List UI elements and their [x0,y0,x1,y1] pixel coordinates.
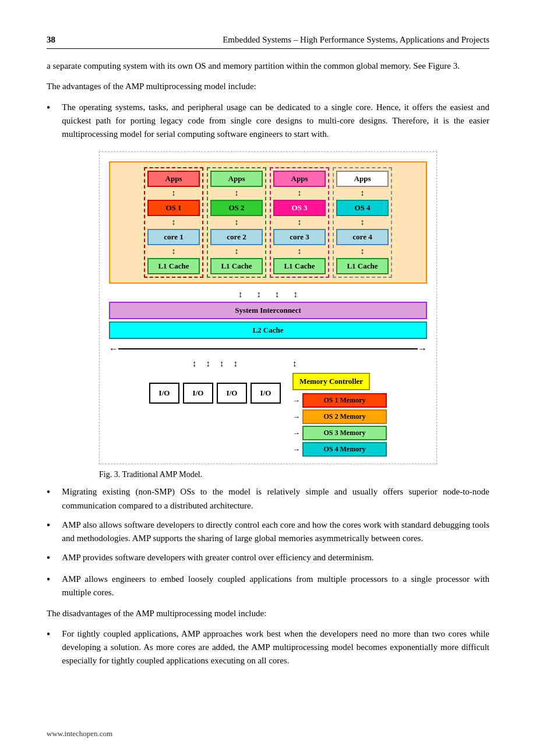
memory-bank-2: OS 2 Memory [302,409,387,424]
bullet-item-5: AMP allows engineers to embed loosely co… [47,573,489,600]
bullet-item-3: AMP also allows software developers to d… [47,518,489,546]
io-box-2: I/O [183,383,213,404]
mem-row-1: → OS 1 Memory [292,393,387,408]
core-group-1: Apps ↕ OS 1 ↕ core 1 ↕ L1 Cache [144,167,203,278]
bullet-item-6: For tightly coupled applications, AMP ap… [47,627,489,668]
cache-box-1: L1 Cache [147,258,200,274]
page-footer: www.intechopen.com [47,729,112,739]
io-box-3: I/O [217,383,247,404]
os-box-3: OS 3 [273,200,326,216]
mem-row-4: → OS 4 Memory [292,442,387,457]
os-box-2: OS 2 [210,200,263,216]
interconnect-arrows: ↕ ↕ ↕ ↕ [109,289,427,299]
core-box-3: core 3 [273,229,326,245]
page-number: 38 [47,35,55,45]
bullet-list-disadvantages: For tightly coupled applications, AMP ap… [47,627,489,668]
arrow-5: ↕ [235,218,239,227]
apps-box-1: Apps [147,171,200,187]
apps-box-3: Apps [273,171,326,187]
memory-bank-4: OS 4 Memory [302,442,387,457]
core-group-3: Apps ↕ OS 3 ↕ core 3 ↕ L1 Cache [270,167,329,278]
arrow-7: ↕ [298,189,302,197]
arrow-6: ↕ [235,248,239,256]
core-group-2: Apps ↕ OS 2 ↕ core 2 ↕ L1 Cache [207,167,266,278]
paragraph-1: a separate computing system with its own… [47,59,489,73]
bullet-list-advantages: The operating systems, tasks, and periph… [47,101,489,142]
core-box-1: core 1 [147,229,200,245]
arrow-3: ↕ [172,248,176,256]
fig-caption: Fig. 3. Traditional AMP Model. [99,470,437,479]
paragraph-3: The disadvantages of the AMP multiproces… [47,607,489,620]
io-box-4: I/O [251,383,281,404]
arrow-4: ↕ [235,189,239,197]
page: 38 Embedded Systems – High Performance S… [0,0,536,756]
memory-section: ↕ Memory Controller → OS 1 Memory → OS 2… [292,359,387,457]
system-interconnect: System Interconnect [109,302,427,319]
arrow-2: ↕ [172,218,176,227]
io-section: ↕ ↕ ↕ ↕ I/O I/O I/O I/O [149,359,281,404]
memory-bank-1: OS 1 Memory [302,393,387,408]
apps-box-4: Apps [336,171,389,187]
bullet-list-advantages-cont: Migrating existing (non-SMP) OSs to the … [47,485,489,599]
page-header: 38 Embedded Systems – High Performance S… [47,35,489,49]
apps-box-2: Apps [210,171,263,187]
os-box-4: OS 4 [336,200,389,216]
diagram: Apps ↕ OS 1 ↕ core 1 ↕ L1 Cache Apps ↕ O… [99,151,437,464]
memory-bank-3: OS 3 Memory [302,426,387,440]
arrow-8: ↕ [298,218,302,227]
cache-box-3: L1 Cache [273,258,326,274]
page-title: Embedded Systems – High Performance Syst… [223,35,489,45]
bullet-item-4: AMP provides software developers with gr… [47,551,489,567]
io-box-1: I/O [149,383,179,404]
os-box-1: OS 1 [147,200,200,216]
io-boxes: I/O I/O I/O I/O [149,383,281,404]
cache-box-4: L1 Cache [336,258,389,274]
bullet-item-1: The operating systems, tasks, and periph… [47,101,489,142]
arrow-11: ↕ [361,218,365,227]
arrow-1: ↕ [172,189,176,197]
bullet-item-2: Migrating existing (non-SMP) OSs to the … [47,485,489,513]
l2-cache: L2 Cache [109,322,427,339]
mem-row-3: → OS 3 Memory [292,426,387,440]
figure-container: Apps ↕ OS 1 ↕ core 1 ↕ L1 Cache Apps ↕ O… [47,151,489,479]
memory-controller: Memory Controller [292,373,370,390]
cache-box-2: L1 Cache [210,258,263,274]
arrow-12: ↕ [361,248,365,256]
arrow-9: ↕ [298,248,302,256]
wide-arrow: ← → [109,344,427,354]
core-box-2: core 2 [210,229,263,245]
core-box-4: core 4 [336,229,389,245]
mem-row-2: → OS 2 Memory [292,409,387,424]
core-group-4: Apps ↕ OS 4 ↕ core 4 ↕ L1 Cache [333,167,392,278]
paragraph-2: The advantages of the AMP multiprocessin… [47,80,489,93]
arrow-10: ↕ [361,189,365,197]
cores-grid: Apps ↕ OS 1 ↕ core 1 ↕ L1 Cache Apps ↕ O… [109,161,427,284]
